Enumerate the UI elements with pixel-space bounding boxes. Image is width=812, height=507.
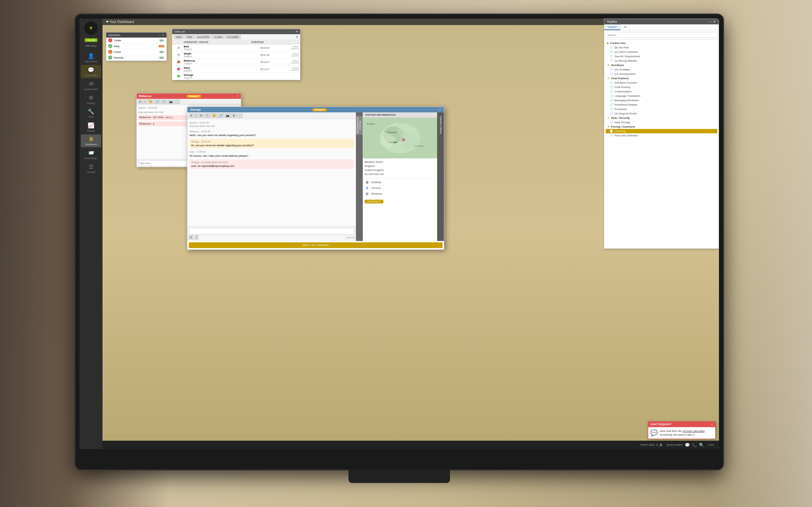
tree-leaf-chat-routing[interactable]: 📄 Chat Routing [606,85,717,89]
quicklinks-phone-icon[interactable]: 📞 [692,443,697,447]
tree-leaf-language[interactable]: 📄 Language Translation [606,94,717,98]
gc-italic[interactable]: I [194,113,198,118]
quicklinks-search-icon[interactable]: 🔍 [699,443,704,447]
cl-allocate-btn[interactable]: ALLOCATE [195,35,211,39]
sidebar-item-chat-video[interactable]: 💬 Chat / Video [81,65,101,78]
george-chat-input[interactable] [189,228,355,235]
chat-row-steph[interactable]: Steph Support 00:01:56 20/Mar18:01:50 [172,51,300,59]
gi-bold[interactable]: B [189,235,193,240]
gc-emoji[interactable]: 😊 [211,113,217,118]
quicklinks-chat-icon[interactable]: 💬 [685,443,690,447]
rp-minimize[interactable]: — [709,20,712,23]
gc-settings[interactable]: ⚙ [199,113,204,118]
sidebar-item-general[interactable]: ☰ General [81,162,101,175]
chat-request-close[interactable]: ✕ [710,423,713,426]
rebecca-header: Rebecca PRIMARY ✕ [137,93,241,99]
gc-more[interactable]: ⋮ [237,113,243,118]
chat-row-rebecca[interactable]: Rebecca Support 00:10:47 20/Mar18:52:58 [172,59,300,66]
tree-leaf-callback[interactable]: 📄 Call-Back Function [606,81,717,85]
tree-folder-further-info[interactable]: ▶ Further Info [606,41,717,45]
rb-img[interactable]: 📷 [168,100,174,104]
tree-leaf-workload[interactable]: 📄 Managing Workload [606,98,717,103]
chat-row-george[interactable]: George Support [172,73,300,80]
chat-row-gary[interactable]: Gary Support 00:11:17 20/Mar18:52:28 [172,66,300,73]
tree-leaf-vis-request[interactable]: 📄 Vis Request Email [606,111,717,116]
desktop-icon: 🖥 [365,180,369,184]
tree-leaf-predefined[interactable]: 📄 Predefined Replies [606,103,717,107]
cl-close[interactable]: ✕ [296,30,298,33]
gc-link[interactable]: 🔗 [218,113,224,118]
cl-filter-icon[interactable]: ▼ [295,35,299,39]
font-size-large[interactable]: A [659,443,662,447]
tree-leaf-data-storage[interactable]: 📄 Data Storage [606,120,717,125]
sidebar-item-reports[interactable]: 📈 Reports [81,120,101,134]
operator-gemma[interactable]: G Gemma (0) [106,55,166,61]
gc-bold[interactable]: B [189,113,194,118]
tree-folder-data-security[interactable]: ▼ Data / Security [606,116,717,120]
tree-folder-chat-features[interactable]: ▼ Chat Features [606,76,717,81]
rb-italic[interactable]: I [143,100,146,104]
cl-minimize[interactable]: — [292,30,294,33]
operator-gary[interactable]: G Gary (2) [106,43,166,49]
cl-close-btn[interactable]: CLOSE [212,35,224,39]
chat-row-bob[interactable]: Bob Support 00:00:06 20/Mar18:03:28 [172,44,300,51]
gi-italic[interactable]: I [195,235,198,240]
information-tab[interactable]: INFORMATIONVISITOR [356,116,363,135]
rb-attach[interactable]: 📎 [161,100,167,104]
operator-yvette[interactable]: Y Yvette (0) [106,38,166,43]
sidebar-item-settings[interactable]: ⚙ Settings [81,93,101,106]
tree-folder-goodbyes[interactable]: ▼ Goodbyes [606,63,717,67]
george-header: George PRIMARY ✕ [187,107,444,112]
replies-header: Replies — ✕ [604,19,719,24]
tree-leaf-client-customer[interactable]: 📄 (2) Client Customer [606,50,717,54]
gc-attach[interactable]: 📎 [204,113,210,118]
monitor-screen: ♥ ONLINE Hello Gary 👤 My Account 💬 Chat … [80,19,719,449]
replies-search-input[interactable] [606,32,717,38]
sidebar-item-direct-msg[interactable]: 📨 Direct Msg's [81,148,101,161]
visitor-map: St Albans Chelmsford London Canterbury [363,118,437,158]
tree-leaf-licensing[interactable]: 📄 Licensing [606,129,717,133]
font-size-small[interactable]: A [656,443,658,447]
rb-emoji[interactable]: 😊 [148,100,154,104]
rebecca-close[interactable]: ✕ [236,94,239,98]
leaf-chat-routing-label: Chat Routing [614,86,630,89]
tab-ai[interactable]: AI [621,24,630,30]
tree-folder-pricing[interactable]: ▼ Pricing / Contracts [606,125,717,129]
tree-leaf-on-hold[interactable]: 📄 (B) On-Hold [606,45,717,50]
tree-leaf-unresponsive[interactable]: 📄 (U) Unresponsive [606,72,717,76]
indicator-rebecca [177,61,180,63]
tree-leaf-pane-info[interactable]: 📄 Pane Info Definition [606,133,717,138]
online-badge: ONLINE [85,38,97,42]
tree-leaf-goodbye[interactable]: 📄 (G) Goodbye [606,67,717,72]
op-minimize[interactable]: — [158,34,161,37]
cl-take-btn[interactable]: TAKE [184,35,195,39]
sidebar-item-dashboard[interactable]: 🖥 Dashboard [81,134,101,147]
rp-close[interactable]: ✕ [713,20,716,23]
rb-link[interactable]: 🔗 [154,100,160,104]
gc-grid[interactable]: ⊞ [231,113,236,118]
cl-view-btn[interactable]: VIEW [174,35,184,39]
doc-vis-request-icon: 📄 [610,112,613,115]
tree-leaf-customisation[interactable]: 📄 Customisation [606,89,717,94]
log-label[interactable]: LOG [708,443,714,446]
tab-replies[interactable]: Replies [604,24,621,30]
website-url: ...e.co.uk [345,236,355,239]
sidebar-item-smart-contact[interactable]: ✉ smartContact [81,79,101,92]
tree-leaf-wrong-website[interactable]: 📄 (1) Wrong Website [606,59,717,63]
sidebar-item-my-account[interactable]: 👤 My Account [81,51,101,64]
reply-to-george-btn[interactable]: REPLY TO: GEORGE [189,242,443,248]
visitor-country: England [365,164,435,168]
tree-leaf-specific-req[interactable]: 📄 Specific Requirement [606,54,717,59]
tree-leaf-proactives[interactable]: 📄 Proactives [606,107,717,111]
sidebar-item-tools[interactable]: 🔧 Tools [81,107,101,120]
cl-columns-btn[interactable]: COLUMNS [225,35,241,39]
gc-img[interactable]: 📷 [225,113,231,118]
map-svg: St Albans Chelmsford London Canterbury [363,118,437,158]
op-close[interactable]: ✕ [162,34,164,37]
george-body: B I ⚙ 📎 😊 🔗 📷 ⊞ ⋮ [187,112,444,241]
rb-more[interactable]: ⋮ [175,100,180,104]
operator-conor[interactable]: C Conor (0) [106,49,166,55]
george-close[interactable]: ✕ [438,108,441,111]
rb-bold[interactable]: B [138,100,142,104]
svg-text:St Albans: St Albans [366,123,375,125]
